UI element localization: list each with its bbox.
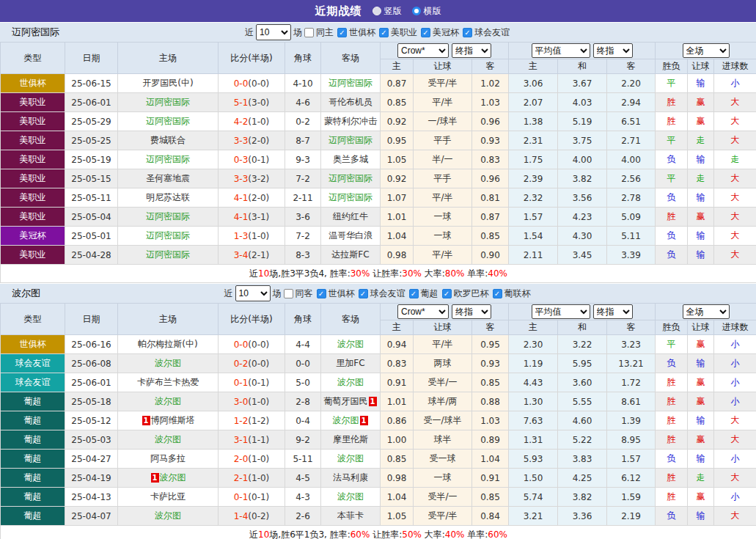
away-team-link[interactable]: 达拉斯FC <box>331 249 369 260</box>
full-score-link[interactable]: 0-2 <box>234 359 249 369</box>
euro-odds-value: 3.45 <box>558 246 607 265</box>
away-team-link[interactable]: 本菲卡 <box>337 510 364 521</box>
corner-count: 2-11 <box>285 188 321 208</box>
league-filter-checkbox[interactable]: ✓ <box>317 289 326 298</box>
euro-stage-select[interactable]: 终指 <box>593 43 633 58</box>
result-flag: 胜 <box>656 430 688 450</box>
half-score: (1-2) <box>248 416 269 426</box>
away-team-link[interactable]: 波尔图 <box>333 415 359 425</box>
score-cell: 1-2(1-2) <box>219 411 285 430</box>
match-date: 25-06-15 <box>65 74 118 93</box>
radio-label-horizontal: 横版 <box>424 5 441 18</box>
euro-odds-value: 5.93 <box>509 450 558 469</box>
away-team-link[interactable]: 纽约红牛 <box>333 211 368 221</box>
layout-option-horizontal[interactable]: 横版 <box>412 5 441 18</box>
home-team-link[interactable]: 帕尔梅拉斯(中) <box>138 339 197 349</box>
league-filter-checkbox[interactable]: ✓ <box>409 289 419 298</box>
full-score-link[interactable]: 0-0 <box>234 78 249 89</box>
home-team-link[interactable]: 迈阿密国际 <box>146 249 190 260</box>
home-team-link[interactable]: 迈阿密国际 <box>146 230 190 241</box>
league-filter-checkbox[interactable]: ✓ <box>442 289 452 298</box>
full-score-link[interactable]: 1-3 <box>234 231 249 241</box>
home-team-link[interactable]: 博阿维斯塔 <box>151 415 195 425</box>
bookmaker-select[interactable]: Crow* <box>397 43 449 58</box>
away-team-link[interactable]: 波尔图 <box>337 377 364 387</box>
away-team-link[interactable]: 法马利康 <box>333 472 368 483</box>
full-score-link[interactable]: 0-3 <box>234 155 249 165</box>
home-team-link[interactable]: 迈阿密国际 <box>146 154 190 164</box>
scope-select[interactable]: 全场 <box>683 43 730 58</box>
away-team-link[interactable]: 迈阿密国际 <box>329 78 373 88</box>
home-team-link[interactable]: 阿马多拉 <box>150 453 186 463</box>
home-team-link[interactable]: 波尔图 <box>155 396 181 406</box>
home-team-link[interactable]: 波尔图 <box>155 510 181 521</box>
asian-stage-select[interactable]: 终指 <box>452 304 491 319</box>
home-team-link[interactable]: 圣何塞地震 <box>146 173 190 183</box>
match-count-select[interactable]: 10 <box>256 24 291 40</box>
full-score-link[interactable]: 3-3 <box>234 174 249 184</box>
euro-odds-value: 3.39 <box>607 246 656 265</box>
away-team-link[interactable]: 蒙特利尔冲击 <box>324 116 377 126</box>
average-select[interactable]: 平均值 <box>532 43 590 58</box>
league-filter-checkbox[interactable]: ✓ <box>379 28 389 37</box>
full-score-link[interactable]: 3-3 <box>234 136 249 146</box>
home-team-link[interactable]: 迈阿密国际 <box>146 116 190 126</box>
away-team-link[interactable]: 波尔图 <box>337 339 364 349</box>
full-score-link[interactable]: 2-1 <box>234 473 249 483</box>
match-count-select[interactable]: 10 <box>235 285 271 301</box>
away-team-link[interactable]: 摩里伦斯 <box>333 434 368 444</box>
full-score-link[interactable]: 0-1 <box>234 492 249 502</box>
same-venue-checkbox[interactable] <box>284 289 293 298</box>
away-team-link[interactable]: 迈阿密国际 <box>329 173 373 183</box>
scope-select[interactable]: 全场 <box>683 304 730 319</box>
full-score-link[interactable]: 4-2 <box>234 117 249 127</box>
home-team-link[interactable]: 波尔图 <box>155 358 181 368</box>
full-score-link[interactable]: 3-4 <box>234 250 249 260</box>
league-filter-checkbox[interactable]: ✓ <box>493 289 502 298</box>
league-filter-checkbox[interactable]: ✓ <box>337 28 347 37</box>
away-team-link[interactable]: 迈阿密国际 <box>329 135 373 145</box>
home-team-link[interactable]: 波尔图 <box>160 472 186 483</box>
away-team-link[interactable]: 葡萄牙国民 <box>324 396 368 406</box>
col-header-home: 主场 <box>118 304 219 335</box>
away-team-link[interactable]: 迈阿密国际 <box>329 192 373 202</box>
home-team-link[interactable]: 卡萨布兰卡热爱 <box>137 377 199 387</box>
away-team-link[interactable]: 奥兰多城 <box>333 154 368 164</box>
league-filter-checkbox[interactable]: ✓ <box>359 289 368 298</box>
corner-count: 3-6 <box>285 208 321 227</box>
full-score-link[interactable]: 0-1 <box>234 378 249 388</box>
league-filter-checkbox[interactable]: ✓ <box>463 28 472 37</box>
full-score-link[interactable]: 3-1 <box>234 435 249 445</box>
full-score-link[interactable]: 1-4 <box>234 511 249 521</box>
home-team-link[interactable]: 明尼苏达联 <box>146 192 190 202</box>
layout-option-vertical[interactable]: 竖版 <box>373 5 402 18</box>
full-score-link[interactable]: 5-1 <box>234 98 249 108</box>
euro-stage-select[interactable]: 终指 <box>593 304 633 319</box>
home-team-link[interactable]: 波尔图 <box>155 434 181 444</box>
league-filter-checkbox[interactable]: ✓ <box>421 28 430 37</box>
asian-odds-value: 受平/半 <box>414 507 472 526</box>
away-team-link[interactable]: 里加FC <box>336 358 364 368</box>
full-score-link[interactable]: 0-0 <box>234 340 249 350</box>
asian-stage-select[interactable]: 终指 <box>452 43 491 58</box>
home-team-link[interactable]: 费城联合 <box>150 135 186 145</box>
full-score-link[interactable]: 1-2 <box>234 416 249 426</box>
away-team-link[interactable]: 温哥华白浪 <box>329 230 373 241</box>
match-row: 葡超25-05-18波尔图3-0(1-0)2-8葡萄牙国民11.01球半/两0.… <box>1 392 756 411</box>
full-score-link[interactable]: 2-0 <box>234 454 249 464</box>
full-score-link[interactable]: 4-1 <box>234 212 249 222</box>
score-cell: 0-3(0-1) <box>219 150 285 169</box>
home-team-link[interactable]: 开罗国民(中) <box>142 78 193 88</box>
same-venue-checkbox[interactable] <box>304 28 314 37</box>
home-team-link[interactable]: 迈阿密国际 <box>146 211 190 221</box>
away-team-link[interactable]: 波尔图 <box>337 453 364 463</box>
euro-odds-value: 3.82 <box>558 169 607 188</box>
home-team-link[interactable]: 迈阿密国际 <box>146 97 190 107</box>
bookmaker-select[interactable]: Crow* <box>397 304 449 319</box>
full-score-link[interactable]: 4-1 <box>234 193 249 203</box>
average-select[interactable]: 平均值 <box>532 304 590 319</box>
full-score-link[interactable]: 3-0 <box>234 397 249 407</box>
home-team-link[interactable]: 卡萨比亚 <box>150 491 186 502</box>
away-team-link[interactable]: 波尔图 <box>337 491 364 502</box>
away-team-link[interactable]: 哥伦布机员 <box>329 97 373 107</box>
